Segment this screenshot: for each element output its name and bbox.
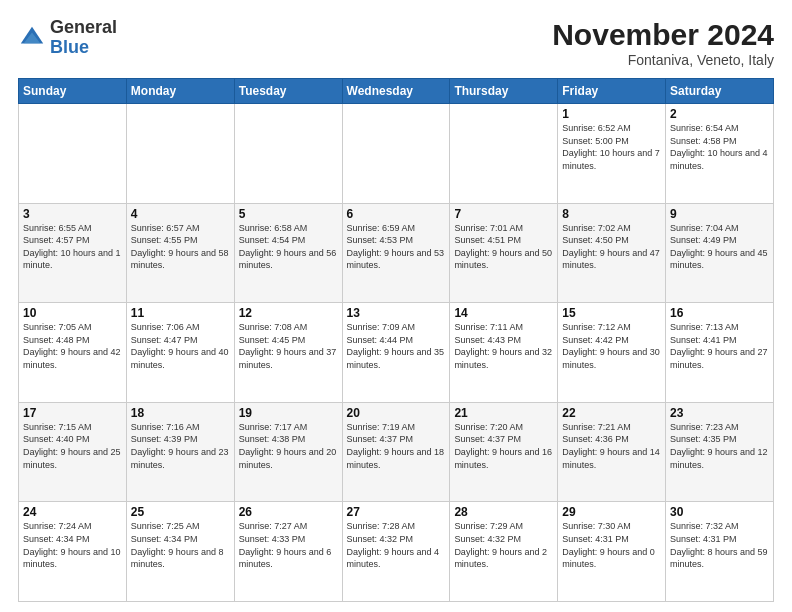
day-info: Sunrise: 7:32 AM Sunset: 4:31 PM Dayligh… xyxy=(670,520,769,570)
day-number: 28 xyxy=(454,505,553,519)
calendar-cell: 14Sunrise: 7:11 AM Sunset: 4:43 PM Dayli… xyxy=(450,303,558,403)
calendar-cell: 20Sunrise: 7:19 AM Sunset: 4:37 PM Dayli… xyxy=(342,402,450,502)
header-saturday: Saturday xyxy=(666,79,774,104)
day-info: Sunrise: 7:01 AM Sunset: 4:51 PM Dayligh… xyxy=(454,222,553,272)
day-number: 14 xyxy=(454,306,553,320)
calendar-cell: 11Sunrise: 7:06 AM Sunset: 4:47 PM Dayli… xyxy=(126,303,234,403)
day-number: 18 xyxy=(131,406,230,420)
calendar-cell xyxy=(19,104,127,204)
day-info: Sunrise: 7:23 AM Sunset: 4:35 PM Dayligh… xyxy=(670,421,769,471)
calendar-cell: 30Sunrise: 7:32 AM Sunset: 4:31 PM Dayli… xyxy=(666,502,774,602)
week-row-4: 24Sunrise: 7:24 AM Sunset: 4:34 PM Dayli… xyxy=(19,502,774,602)
logo: General Blue xyxy=(18,18,117,58)
day-info: Sunrise: 7:27 AM Sunset: 4:33 PM Dayligh… xyxy=(239,520,338,570)
calendar-cell: 29Sunrise: 7:30 AM Sunset: 4:31 PM Dayli… xyxy=(558,502,666,602)
calendar-cell: 16Sunrise: 7:13 AM Sunset: 4:41 PM Dayli… xyxy=(666,303,774,403)
logo-text: General Blue xyxy=(50,18,117,58)
day-info: Sunrise: 7:28 AM Sunset: 4:32 PM Dayligh… xyxy=(347,520,446,570)
calendar-cell: 12Sunrise: 7:08 AM Sunset: 4:45 PM Dayli… xyxy=(234,303,342,403)
day-number: 3 xyxy=(23,207,122,221)
logo-blue: Blue xyxy=(50,38,117,58)
day-info: Sunrise: 7:16 AM Sunset: 4:39 PM Dayligh… xyxy=(131,421,230,471)
calendar-cell: 17Sunrise: 7:15 AM Sunset: 4:40 PM Dayli… xyxy=(19,402,127,502)
day-info: Sunrise: 7:15 AM Sunset: 4:40 PM Dayligh… xyxy=(23,421,122,471)
day-number: 23 xyxy=(670,406,769,420)
calendar-cell: 19Sunrise: 7:17 AM Sunset: 4:38 PM Dayli… xyxy=(234,402,342,502)
calendar-cell: 5Sunrise: 6:58 AM Sunset: 4:54 PM Daylig… xyxy=(234,203,342,303)
weekday-header-row: Sunday Monday Tuesday Wednesday Thursday… xyxy=(19,79,774,104)
calendar-cell: 8Sunrise: 7:02 AM Sunset: 4:50 PM Daylig… xyxy=(558,203,666,303)
day-info: Sunrise: 7:30 AM Sunset: 4:31 PM Dayligh… xyxy=(562,520,661,570)
day-info: Sunrise: 7:06 AM Sunset: 4:47 PM Dayligh… xyxy=(131,321,230,371)
calendar-cell xyxy=(126,104,234,204)
calendar-cell xyxy=(234,104,342,204)
day-number: 4 xyxy=(131,207,230,221)
day-info: Sunrise: 6:54 AM Sunset: 4:58 PM Dayligh… xyxy=(670,122,769,172)
calendar-cell: 3Sunrise: 6:55 AM Sunset: 4:57 PM Daylig… xyxy=(19,203,127,303)
day-number: 13 xyxy=(347,306,446,320)
day-info: Sunrise: 7:04 AM Sunset: 4:49 PM Dayligh… xyxy=(670,222,769,272)
day-number: 5 xyxy=(239,207,338,221)
day-info: Sunrise: 7:12 AM Sunset: 4:42 PM Dayligh… xyxy=(562,321,661,371)
calendar-cell: 10Sunrise: 7:05 AM Sunset: 4:48 PM Dayli… xyxy=(19,303,127,403)
calendar-cell: 18Sunrise: 7:16 AM Sunset: 4:39 PM Dayli… xyxy=(126,402,234,502)
day-number: 30 xyxy=(670,505,769,519)
day-info: Sunrise: 6:59 AM Sunset: 4:53 PM Dayligh… xyxy=(347,222,446,272)
day-number: 16 xyxy=(670,306,769,320)
day-info: Sunrise: 7:02 AM Sunset: 4:50 PM Dayligh… xyxy=(562,222,661,272)
calendar-cell: 21Sunrise: 7:20 AM Sunset: 4:37 PM Dayli… xyxy=(450,402,558,502)
header-wednesday: Wednesday xyxy=(342,79,450,104)
day-info: Sunrise: 6:57 AM Sunset: 4:55 PM Dayligh… xyxy=(131,222,230,272)
day-number: 10 xyxy=(23,306,122,320)
calendar-cell: 13Sunrise: 7:09 AM Sunset: 4:44 PM Dayli… xyxy=(342,303,450,403)
day-number: 20 xyxy=(347,406,446,420)
day-info: Sunrise: 7:17 AM Sunset: 4:38 PM Dayligh… xyxy=(239,421,338,471)
day-info: Sunrise: 7:05 AM Sunset: 4:48 PM Dayligh… xyxy=(23,321,122,371)
week-row-1: 3Sunrise: 6:55 AM Sunset: 4:57 PM Daylig… xyxy=(19,203,774,303)
day-number: 24 xyxy=(23,505,122,519)
calendar-cell: 9Sunrise: 7:04 AM Sunset: 4:49 PM Daylig… xyxy=(666,203,774,303)
calendar-cell: 1Sunrise: 6:52 AM Sunset: 5:00 PM Daylig… xyxy=(558,104,666,204)
calendar-cell: 4Sunrise: 6:57 AM Sunset: 4:55 PM Daylig… xyxy=(126,203,234,303)
day-number: 25 xyxy=(131,505,230,519)
calendar-cell: 7Sunrise: 7:01 AM Sunset: 4:51 PM Daylig… xyxy=(450,203,558,303)
day-info: Sunrise: 7:21 AM Sunset: 4:36 PM Dayligh… xyxy=(562,421,661,471)
calendar-cell: 26Sunrise: 7:27 AM Sunset: 4:33 PM Dayli… xyxy=(234,502,342,602)
day-info: Sunrise: 6:55 AM Sunset: 4:57 PM Dayligh… xyxy=(23,222,122,272)
title-block: November 2024 Fontaniva, Veneto, Italy xyxy=(552,18,774,68)
subtitle: Fontaniva, Veneto, Italy xyxy=(552,52,774,68)
day-number: 11 xyxy=(131,306,230,320)
week-row-3: 17Sunrise: 7:15 AM Sunset: 4:40 PM Dayli… xyxy=(19,402,774,502)
day-number: 21 xyxy=(454,406,553,420)
day-number: 7 xyxy=(454,207,553,221)
header-thursday: Thursday xyxy=(450,79,558,104)
week-row-2: 10Sunrise: 7:05 AM Sunset: 4:48 PM Dayli… xyxy=(19,303,774,403)
day-number: 29 xyxy=(562,505,661,519)
day-info: Sunrise: 6:58 AM Sunset: 4:54 PM Dayligh… xyxy=(239,222,338,272)
main-title: November 2024 xyxy=(552,18,774,52)
calendar-cell: 24Sunrise: 7:24 AM Sunset: 4:34 PM Dayli… xyxy=(19,502,127,602)
day-info: Sunrise: 7:29 AM Sunset: 4:32 PM Dayligh… xyxy=(454,520,553,570)
calendar-cell: 6Sunrise: 6:59 AM Sunset: 4:53 PM Daylig… xyxy=(342,203,450,303)
header: General Blue November 2024 Fontaniva, Ve… xyxy=(18,18,774,68)
day-number: 26 xyxy=(239,505,338,519)
calendar: Sunday Monday Tuesday Wednesday Thursday… xyxy=(18,78,774,602)
day-info: Sunrise: 7:20 AM Sunset: 4:37 PM Dayligh… xyxy=(454,421,553,471)
day-number: 15 xyxy=(562,306,661,320)
calendar-cell xyxy=(450,104,558,204)
day-number: 6 xyxy=(347,207,446,221)
calendar-cell: 28Sunrise: 7:29 AM Sunset: 4:32 PM Dayli… xyxy=(450,502,558,602)
day-number: 9 xyxy=(670,207,769,221)
day-number: 17 xyxy=(23,406,122,420)
day-number: 27 xyxy=(347,505,446,519)
day-info: Sunrise: 7:24 AM Sunset: 4:34 PM Dayligh… xyxy=(23,520,122,570)
day-info: Sunrise: 6:52 AM Sunset: 5:00 PM Dayligh… xyxy=(562,122,661,172)
day-number: 8 xyxy=(562,207,661,221)
header-friday: Friday xyxy=(558,79,666,104)
day-number: 12 xyxy=(239,306,338,320)
day-info: Sunrise: 7:25 AM Sunset: 4:34 PM Dayligh… xyxy=(131,520,230,570)
day-info: Sunrise: 7:19 AM Sunset: 4:37 PM Dayligh… xyxy=(347,421,446,471)
calendar-cell: 15Sunrise: 7:12 AM Sunset: 4:42 PM Dayli… xyxy=(558,303,666,403)
week-row-0: 1Sunrise: 6:52 AM Sunset: 5:00 PM Daylig… xyxy=(19,104,774,204)
header-sunday: Sunday xyxy=(19,79,127,104)
